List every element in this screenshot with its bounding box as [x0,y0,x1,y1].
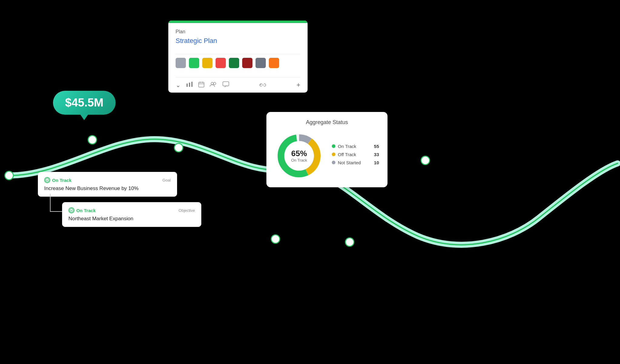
donut-center: 65% On Track [291,149,307,162]
donut-percentage: 65% [291,149,307,158]
calendar-icon[interactable] [198,81,204,89]
donut-chart: 65% On Track [275,132,323,180]
objective-on-track-icon [68,207,74,213]
objective-on-track-badge: On Track [68,207,96,213]
legend-dot-not-started [332,161,335,164]
goal-type-label: Goal [163,178,171,182]
swatch-dark-green[interactable] [229,58,239,68]
money-value: $45.5M [65,96,104,109]
objective-card-header: On Track Objective [68,207,195,213]
swatch-gray[interactable] [176,58,186,68]
swatch-yellow[interactable] [202,58,213,68]
add-icon[interactable]: + [296,81,300,89]
legend-dot-off-track [332,152,335,156]
swatch-medium-gray[interactable] [256,58,266,68]
swatch-orange[interactable] [269,58,279,68]
swatch-green[interactable] [189,58,199,68]
legend-count-on-track: 55 [374,144,379,149]
goal-description: Increase New Business Revenue by 10% [44,185,171,192]
legend-count-off-track: 33 [374,152,379,157]
card-connector [50,194,63,212]
swatch-red[interactable] [216,58,226,68]
legend-label-not-started: Not Started [338,160,361,165]
on-track-badge: On Track [44,177,71,183]
chat-icon[interactable] [223,81,229,89]
chart-icon[interactable] [186,82,193,89]
plan-toolbar: ⌄ + [176,77,300,93]
svg-rect-15 [223,82,229,86]
color-swatches [176,54,300,72]
legend-label-on-track: On Track [338,144,356,149]
objective-description: Northeast Market Expansion [68,216,195,222]
legend: On Track 55 Off Track 33 Not Started 10 [332,144,379,168]
svg-point-5 [421,156,430,165]
legend-dot-on-track [332,144,335,148]
link-icon[interactable] [259,82,266,89]
plan-label: Plan [176,29,300,34]
svg-rect-6 [186,84,188,87]
chevron-down-icon[interactable]: ⌄ [176,81,181,89]
svg-point-2 [174,143,183,152]
svg-point-0 [5,171,13,180]
objective-type-label: Objective [179,208,195,213]
svg-rect-7 [189,83,190,87]
plan-card-accent-bar [168,21,308,23]
on-track-icon [44,177,50,183]
svg-point-1 [88,136,97,144]
goal-card-header: On Track Goal [44,177,171,183]
legend-item-not-started: Not Started 10 [332,160,379,165]
agg-title: Aggregate Status [275,119,379,126]
team-icon[interactable] [210,82,217,89]
plan-card: Plan Strategic Plan ⌄ [168,21,308,93]
svg-point-4 [345,238,354,246]
svg-point-16 [45,178,49,182]
money-bubble: $45.5M [53,91,116,115]
goal-card: On Track Goal Increase New Business Reve… [38,172,177,197]
legend-item-off-track: Off Track 33 [332,152,379,157]
objective-status-label: On Track [76,208,96,213]
objective-card: On Track Objective Northeast Market Expa… [62,202,201,227]
svg-point-13 [211,82,213,85]
swatch-dark-red[interactable] [242,58,252,68]
svg-point-14 [213,82,216,85]
svg-rect-9 [199,82,204,87]
goal-status-label: On Track [52,178,71,183]
legend-count-not-started: 10 [374,160,379,165]
svg-point-17 [70,208,73,212]
donut-sublabel: On Track [291,158,307,162]
legend-item-on-track: On Track 55 [332,144,379,149]
aggregate-status-card: Aggregate Status 65% On Track On Track [266,112,388,187]
agg-content: 65% On Track On Track 55 Off Track 33 No… [275,132,379,180]
svg-rect-8 [191,82,193,87]
plan-title[interactable]: Strategic Plan [176,37,300,45]
svg-point-3 [271,235,280,243]
legend-label-off-track: Off Track [338,152,356,157]
